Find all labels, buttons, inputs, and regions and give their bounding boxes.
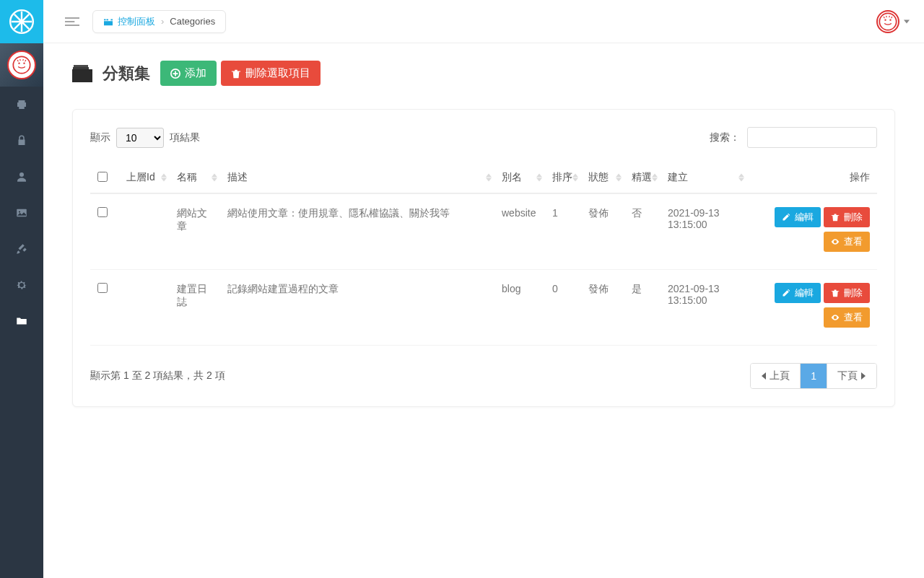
select-all-checkbox[interactable]: [97, 172, 108, 182]
col-desc[interactable]: 描述: [220, 162, 494, 193]
topbar: 控制面板 › Categories: [43, 0, 924, 43]
view-button[interactable]: 查看: [824, 232, 870, 252]
svg-rect-12: [73, 67, 89, 69]
delete-button[interactable]: 刪除: [824, 283, 870, 303]
col-featured[interactable]: 精選: [624, 162, 661, 193]
cell-status: 發佈: [581, 193, 624, 270]
table-row: 網站文章網站使用文章：使用規章、隱私權協議、關於我等website1發佈否202…: [90, 193, 877, 270]
user-menu[interactable]: [876, 10, 910, 33]
cell-alias: blog: [494, 270, 545, 346]
page-title: 分類集: [103, 63, 150, 84]
col-name[interactable]: 名稱: [170, 162, 220, 193]
trash-icon: [231, 69, 241, 79]
breadcrumb-home[interactable]: 控制面板: [103, 15, 155, 28]
menu-toggle[interactable]: [58, 7, 87, 36]
page-prev[interactable]: 上頁: [751, 364, 801, 388]
table-info: 顯示第 1 至 2 項結果，共 2 項: [90, 369, 225, 382]
data-card: 顯示 10 項結果 搜索： 上層Id 名稱 描述: [72, 109, 895, 407]
svg-point-5: [19, 172, 24, 177]
table-row: 建置日誌記錄網站建置過程的文章blog0發佈是2021-09-13 13:15:…: [90, 270, 877, 346]
cell-created: 2021-09-13 13:15:00: [661, 270, 747, 346]
edit-icon: [782, 213, 790, 222]
cell-alias: website: [494, 193, 545, 270]
row-checkbox[interactable]: [97, 283, 108, 293]
svg-point-3: [18, 63, 19, 64]
length-select[interactable]: 10: [116, 128, 164, 148]
page-header: 分類集 添加 刪除選取項目: [43, 43, 924, 95]
edit-icon: [782, 289, 790, 297]
nav-folder-icon[interactable]: [0, 303, 43, 339]
row-checkbox[interactable]: [97, 207, 108, 217]
svg-point-7: [19, 211, 20, 212]
length-control: 顯示 10 項結果: [90, 128, 200, 148]
col-status[interactable]: 狀態: [581, 162, 624, 193]
side-nav: [0, 87, 43, 339]
delete-selected-button[interactable]: 刪除選取項目: [221, 61, 321, 86]
edit-button[interactable]: 編輯: [775, 283, 821, 303]
length-prefix: 顯示: [90, 131, 110, 144]
cell-parent: [119, 270, 170, 346]
cell-parent: [119, 193, 170, 270]
add-label: 添加: [185, 66, 206, 80]
svg-point-1: [19, 19, 24, 24]
breadcrumb-sep: ›: [161, 16, 164, 27]
delete-button[interactable]: 刪除: [824, 207, 870, 227]
col-actions: 操作: [747, 162, 877, 193]
eye-icon: [831, 237, 840, 246]
svg-point-10: [889, 19, 891, 20]
trash-icon: [831, 213, 840, 222]
nav-image-icon[interactable]: [0, 195, 43, 231]
col-alias[interactable]: 別名: [494, 162, 545, 193]
svg-point-4: [23, 63, 25, 64]
nav-printer-icon[interactable]: [0, 87, 43, 123]
sidebar: [0, 0, 43, 578]
col-parent[interactable]: 上層Id: [119, 162, 170, 193]
folder-stack-icon: [72, 65, 92, 82]
svg-rect-13: [72, 69, 92, 82]
search-input[interactable]: [747, 127, 877, 148]
cell-sort: 1: [545, 193, 581, 270]
cell-featured: 是: [624, 270, 661, 346]
cell-name: 建置日誌: [170, 270, 220, 346]
add-button[interactable]: 添加: [160, 61, 217, 86]
nav-gear-icon[interactable]: [0, 267, 43, 303]
cell-created: 2021-09-13 13:15:00: [661, 193, 747, 270]
cell-featured: 否: [624, 193, 661, 270]
data-table: 上層Id 名稱 描述 別名 排序 狀態 精選 建立 操作 網站文章網站使用文章：…: [90, 162, 877, 346]
sidebar-avatar[interactable]: [0, 43, 43, 87]
logo[interactable]: [0, 0, 43, 43]
col-created[interactable]: 建立: [661, 162, 747, 193]
cell-status: 發佈: [581, 270, 624, 346]
cell-name: 網站文章: [170, 193, 220, 270]
nav-tools-icon[interactable]: [0, 231, 43, 267]
plus-circle-icon: [170, 69, 180, 79]
delete-selected-label: 刪除選取項目: [245, 66, 310, 80]
trash-icon: [831, 289, 840, 297]
col-sort[interactable]: 排序: [545, 162, 581, 193]
svg-point-9: [884, 19, 886, 20]
page-next[interactable]: 下頁: [827, 364, 876, 388]
breadcrumb-home-label: 控制面板: [118, 15, 155, 28]
edit-button[interactable]: 編輯: [775, 207, 821, 227]
pagination: 上頁 1 下頁: [750, 363, 877, 389]
view-button[interactable]: 查看: [824, 307, 870, 328]
cell-sort: 0: [545, 270, 581, 346]
nav-user-icon[interactable]: [0, 159, 43, 195]
chevron-down-icon: [904, 19, 910, 25]
svg-point-8: [879, 13, 896, 30]
nav-lock-icon[interactable]: [0, 123, 43, 159]
svg-point-2: [13, 56, 30, 73]
cell-desc: 網站使用文章：使用規章、隱私權協議、關於我等: [220, 193, 494, 270]
page-current[interactable]: 1: [801, 364, 827, 388]
breadcrumb: 控制面板 › Categories: [92, 10, 226, 33]
eye-icon: [831, 313, 840, 322]
svg-rect-11: [74, 65, 88, 67]
search-label: 搜索：: [710, 131, 740, 144]
breadcrumb-current: Categories: [170, 16, 215, 27]
length-suffix: 項結果: [170, 131, 200, 144]
cell-desc: 記錄網站建置過程的文章: [220, 270, 494, 346]
